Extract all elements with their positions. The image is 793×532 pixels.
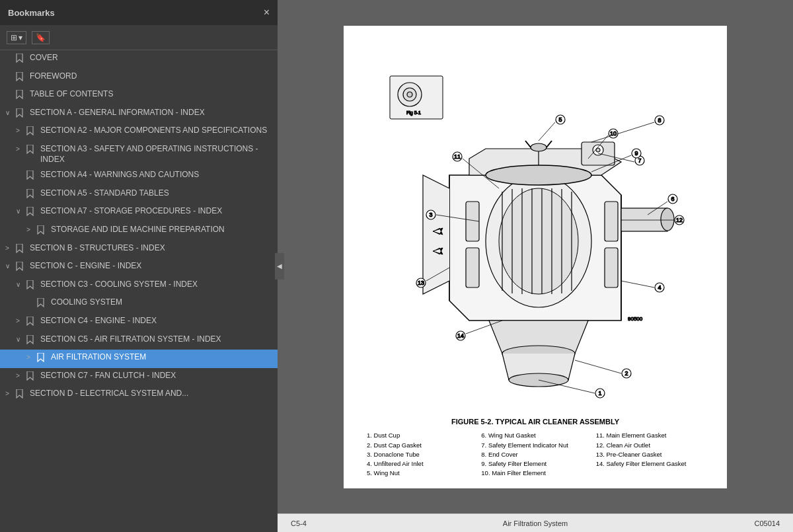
bookmark-text: SECTION C7 - FAN CLUTCH - INDEX [40,371,274,381]
expand-icon: > [16,145,25,153]
svg-text:7: 7 [638,157,641,164]
bookmark-item-section-a7[interactable]: ∨SECTION A7 - STORAGE PROCEDURES - INDEX [0,204,278,222]
svg-text:8: 8 [658,117,661,124]
bookmark-item-section-a4[interactable]: SECTION A4 - WARNINGS AND CAUTIONS [0,167,278,186]
svg-text:3: 3 [429,211,432,218]
bookmark-text: COVER [30,53,274,63]
expand-icon: > [16,126,25,135]
document-area: 1 2 3 4 [278,0,793,513]
bookmark-text: SECTION A - GENERAL INFORMATION - INDEX [30,108,274,118]
bookmark-icon [26,280,37,293]
collapse-handle[interactable]: ◀ [275,253,284,280]
legend-col-1: 1. Dust Cup 2. Dust Cap Gasket 3. Donacl… [367,431,474,478]
bookmark-item-section-a5[interactable]: SECTION A5 - STANDARD TABLES [0,186,278,204]
svg-text:Fig 5-1: Fig 5-1 [406,110,421,116]
air-cleaner-diagram: 1 2 3 4 [370,53,700,403]
bookmark-icon [16,389,26,402]
footer-page-number: C5-4 [291,519,454,527]
legend-col-2: 6. Wing Nut Gasket 7. Safety Element Ind… [481,431,589,478]
bookmark-icon [26,317,37,329]
bookmark-icon [26,207,37,219]
legend-item: 3. Donaclone Tube [367,450,474,459]
svg-rect-20 [466,248,479,287]
expand-all-button[interactable]: ⊞ ▾ [7,31,26,44]
svg-line-47 [591,122,654,142]
expand-icon: ⊞ [11,33,17,42]
sidebar-title: Bookmarks [8,8,55,18]
bookmark-icon [16,108,26,121]
svg-text:90500: 90500 [628,316,643,322]
svg-text:10: 10 [610,130,617,137]
bookmark-item-storage-idle[interactable]: >STORAGE AND IDLE MACHINE PREPARATION [0,222,278,241]
expand-icon: ∨ [16,280,25,289]
bookmark-item-cooling-system[interactable]: COOLING SYSTEM [0,295,278,313]
legend-item: 13. Pre-Cleaner Gasket [596,450,704,459]
svg-text:9: 9 [634,150,638,157]
svg-point-72 [407,92,412,97]
bookmark-item-section-a[interactable]: ∨SECTION A - GENERAL INFORMATION - INDEX [0,105,278,124]
close-button[interactable]: × [264,7,270,18]
bookmark-item-foreword[interactable]: FOREWORD [0,69,278,87]
figure-caption: FIGURE 5-2. TYPICAL AIR CLEANER ASSEMBLY [451,418,619,426]
bookmark-text: SECTION C4 - ENGINE - INDEX [40,316,274,326]
footer-doc-number: C05014 [617,519,780,527]
bookmark-item-section-c[interactable]: ∨SECTION C - ENGINE - INDEX [0,258,278,277]
bookmark-icon [26,145,37,157]
legend-item: 5. Wing Nut [367,469,474,478]
svg-point-12 [486,165,591,185]
expand-icon: > [26,353,36,361]
bookmark-item-section-c7[interactable]: >SECTION C7 - FAN CLUTCH - INDEX [0,368,278,387]
bookmark-icon [26,335,37,348]
legend-item: 9. Safety Filter Element [481,459,589,469]
legend-item: 4. Unfiltered Air Inlet [367,459,474,469]
bookmark-item-section-a2[interactable]: >SECTION A2 - MAJOR COMPONENTS AND SPECI… [0,123,278,141]
bookmark-item-section-c5[interactable]: ∨SECTION C5 - AIR FILTRATION SYSTEM - IN… [0,332,278,350]
bookmark-text: SECTION A4 - WARNINGS AND CAUTIONS [40,170,274,180]
bookmark-text: TABLE OF CONTENTS [30,89,274,100]
main-content: 1 2 3 4 [278,0,793,532]
bookmark-text: SECTION D - ELECTRICAL SYSTEM AND... [30,389,274,399]
bookmark-icon [16,72,26,85]
bookmark-text: SECTION A7 - STORAGE PROCEDURES - INDEX [40,206,274,217]
sidebar-toolbar: ⊞ ▾ 🔖 [0,25,278,50]
svg-text:1: 1 [598,390,601,397]
svg-text:4: 4 [658,284,661,291]
sidebar-header: Bookmarks × [0,0,278,25]
expand-icon: ∨ [16,207,25,215]
bookmark-button[interactable]: 🔖 [32,31,50,44]
legend-col-3: 11. Main Element Gasket 12. Clean Air Ou… [596,431,704,478]
legend-area: 1. Dust Cup 2. Dust Cap Gasket 3. Donacl… [363,431,707,478]
bookmark-item-section-b[interactable]: >SECTION B - STRUCTURES - INDEX [0,241,278,259]
bookmark-item-section-c4[interactable]: >SECTION C4 - ENGINE - INDEX [0,313,278,332]
bookmark-text: FOREWORD [30,71,274,82]
bookmark-text: SECTION C3 - COOLING SYSTEM - INDEX [40,280,274,290]
bookmark-text: COOLING SYSTEM [51,297,274,308]
bookmark-item-section-a3[interactable]: >SECTION A3 - SAFETY AND OPERATING INSTR… [0,141,278,167]
bookmark-text: SECTION A5 - STANDARD TABLES [40,188,274,199]
bookmark-item-cover[interactable]: COVER [0,50,278,69]
bookmark-icon [37,225,48,238]
bookmark-icon [26,189,37,202]
bookmark-icon [37,298,48,311]
expand-icon: > [16,317,25,325]
page-content: 1 2 3 4 [344,26,727,488]
svg-point-3 [499,188,578,294]
expand-chevron-icon: ▾ [19,33,22,42]
bookmark-text: AIR FILTRATION SYSTEM [51,352,274,363]
bookmark-text: STORAGE AND IDLE MACHINE PREPARATION [51,225,274,235]
bookmark-icon [37,353,48,365]
bookmark-item-toc[interactable]: TABLE OF CONTENTS [0,87,278,105]
bookmark-icon [26,371,37,384]
bookmark-item-section-c3[interactable]: ∨SECTION C3 - COOLING SYSTEM - INDEX [0,277,278,295]
legend-item: 1. Dust Cup [367,431,474,440]
bookmark-icon [16,262,26,274]
expand-icon: > [5,389,15,398]
expand-icon: > [5,244,15,252]
svg-line-38 [539,122,555,141]
bookmark-item-section-d[interactable]: >SECTION D - ELECTRICAL SYSTEM AND... [0,386,278,404]
legend-item: 6. Wing Nut Gasket [481,431,589,440]
bookmark-item-air-filtration[interactable]: >AIR FILTRATION SYSTEM [0,350,278,368]
svg-point-14 [531,143,547,151]
bookmark-icon [16,54,26,66]
diagram-area: 1 2 3 4 [363,39,707,418]
